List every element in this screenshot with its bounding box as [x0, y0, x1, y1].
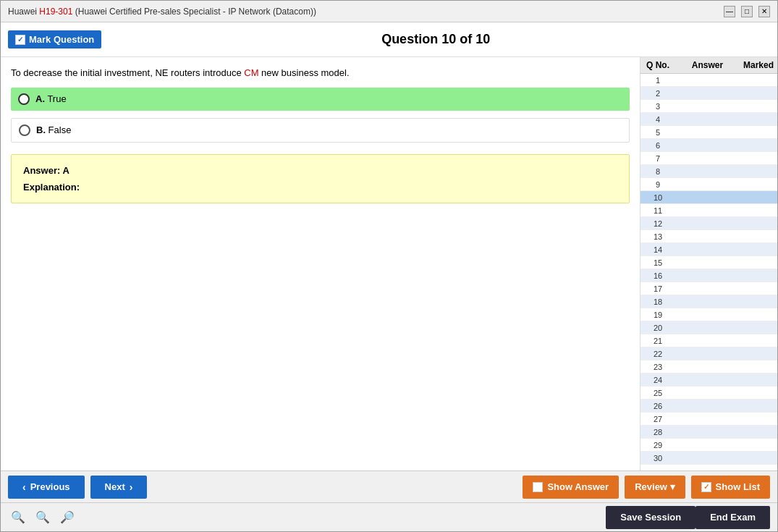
q-row-num: 23 — [640, 363, 675, 371]
q-row-num: 12 — [640, 219, 675, 228]
show-answer-button[interactable]: Show Answer — [523, 476, 619, 499]
q-list-row[interactable]: 12 — [640, 217, 777, 230]
bottom-bar: ‹ Previous Next › Show Answer Review ▾ ✓… — [1, 470, 777, 502]
zoom-out-button[interactable]: 🔎 — [57, 509, 77, 525]
end-exam-button[interactable]: End Exam — [695, 506, 770, 529]
q-list-row[interactable]: 29 — [640, 439, 777, 452]
mark-question-button[interactable]: Mark Question — [8, 30, 101, 48]
option-b-row[interactable]: B. False — [11, 118, 630, 143]
q-list-row[interactable]: 7 — [640, 152, 777, 165]
q-list-row[interactable]: 21 — [640, 334, 777, 347]
option-a-label: A. True — [35, 93, 67, 104]
review-label: Review — [635, 481, 667, 492]
q-row-num: 25 — [640, 389, 675, 397]
zoom-in-button[interactable]: 🔍 — [8, 509, 28, 525]
close-button[interactable]: ✕ — [758, 6, 770, 17]
title-red-text: H19-301 — [39, 7, 72, 17]
q-row-num: 27 — [640, 415, 675, 423]
q-list-row[interactable]: 23 — [640, 360, 777, 373]
q-list-row[interactable]: 25 — [640, 387, 777, 400]
q-list-row[interactable]: 9 — [640, 178, 777, 191]
show-list-button[interactable]: ✓ Show List — [691, 476, 770, 499]
q-row-num: 8 — [640, 167, 675, 176]
q-list-row[interactable]: 15 — [640, 256, 777, 269]
q-row-num: 7 — [640, 154, 675, 163]
q-row-num: 17 — [640, 284, 675, 293]
q-row-num: 24 — [640, 376, 675, 384]
q-list-row[interactable]: 14 — [640, 243, 777, 256]
show-list-check-icon: ✓ — [701, 482, 711, 492]
q-list-row[interactable]: 2 — [640, 87, 777, 100]
q-row-num: 26 — [640, 402, 675, 410]
q-row-num: 6 — [640, 141, 675, 150]
q-list-row[interactable]: 13 — [640, 230, 777, 243]
q-row-num: 19 — [640, 311, 675, 319]
mark-label: Mark Question — [29, 34, 94, 45]
option-a-row[interactable]: A. True — [11, 88, 630, 111]
minimize-button[interactable]: — — [724, 6, 735, 17]
question-text-after: new business model. — [259, 67, 350, 78]
save-session-label: Save Session — [620, 512, 681, 523]
q-list-row[interactable]: 20 — [640, 321, 777, 334]
previous-button[interactable]: ‹ Previous — [8, 476, 85, 499]
option-b-label: B. False — [36, 124, 71, 135]
q-list-row[interactable]: 17 — [640, 282, 777, 295]
title-rest-text: (Huawei Certified Pre-sales Specialist -… — [72, 7, 316, 17]
q-list-row[interactable]: 18 — [640, 295, 777, 308]
show-answer-label: Show Answer — [547, 481, 609, 492]
q-row-num: 10 — [640, 193, 675, 202]
q-row-num: 16 — [640, 271, 675, 280]
save-session-button[interactable]: Save Session — [606, 506, 695, 529]
next-label: Next — [105, 481, 125, 492]
explanation-label: Explanation: — [23, 182, 617, 193]
q-list-row[interactable]: 6 — [640, 139, 777, 152]
next-arrow-icon: › — [130, 481, 133, 493]
zoom-reset-button[interactable]: 🔍 — [33, 509, 53, 525]
q-list-row[interactable]: 22 — [640, 347, 777, 360]
q-row-num: 30 — [640, 454, 675, 463]
q-list-row[interactable]: 5 — [640, 126, 777, 139]
q-row-num: 4 — [640, 115, 675, 124]
title-plain-text: Huawei — [8, 7, 39, 17]
show-list-label: Show List — [716, 481, 760, 492]
q-list-row[interactable]: 10 — [640, 191, 777, 204]
review-dropdown-icon: ▾ — [670, 481, 675, 492]
q-list-row[interactable]: 4 — [640, 113, 777, 126]
q-list-body[interactable]: 1 2 3 4 5 6 7 8 — [640, 74, 777, 470]
q-list-row[interactable]: 28 — [640, 426, 777, 439]
answer-box: Answer: A Explanation: — [11, 154, 630, 203]
q-row-num: 13 — [640, 232, 675, 241]
app-window: Huawei H19-301 (Huawei Certified Pre-sal… — [0, 0, 778, 532]
q-row-num: 9 — [640, 180, 675, 189]
q-list-row[interactable]: 19 — [640, 308, 777, 321]
answer-text: Answer: A — [23, 165, 617, 176]
q-list-row[interactable]: 8 — [640, 165, 777, 178]
q-row-num: 3 — [640, 102, 675, 111]
maximize-button[interactable]: □ — [741, 6, 753, 17]
q-list-row[interactable]: 16 — [640, 269, 777, 282]
end-exam-label: End Exam — [710, 512, 756, 523]
q-list-row[interactable]: 30 — [640, 452, 777, 465]
main-area: To decrease the initial investment, NE r… — [1, 57, 777, 470]
next-button[interactable]: Next › — [90, 476, 148, 499]
previous-label: Previous — [30, 481, 70, 492]
question-text: To decrease the initial investment, NE r… — [11, 66, 630, 80]
q-row-num: 20 — [640, 324, 675, 332]
q-list-row[interactable]: 24 — [640, 373, 777, 387]
q-list-row[interactable]: 1 — [640, 74, 777, 87]
header-answer: Answer — [675, 60, 740, 70]
q-list-row[interactable]: 27 — [640, 413, 777, 426]
bottom-bar2: 🔍 🔍 🔎 Save Session End Exam — [1, 502, 777, 531]
q-list-row[interactable]: 3 — [640, 100, 777, 113]
q-list-row[interactable]: 11 — [640, 204, 777, 217]
q-list-row[interactable]: 26 — [640, 400, 777, 413]
q-row-num: 2 — [640, 89, 675, 98]
show-answer-checkbox-icon — [533, 482, 543, 492]
q-row-num: 29 — [640, 441, 675, 449]
previous-arrow-icon: ‹ — [22, 481, 26, 493]
option-a-radio — [18, 93, 30, 105]
option-b-radio — [19, 124, 30, 136]
review-button[interactable]: Review ▾ — [625, 476, 685, 499]
toolbar: Mark Question Question 10 of 10 — [1, 22, 777, 57]
q-row-num: 28 — [640, 428, 675, 436]
